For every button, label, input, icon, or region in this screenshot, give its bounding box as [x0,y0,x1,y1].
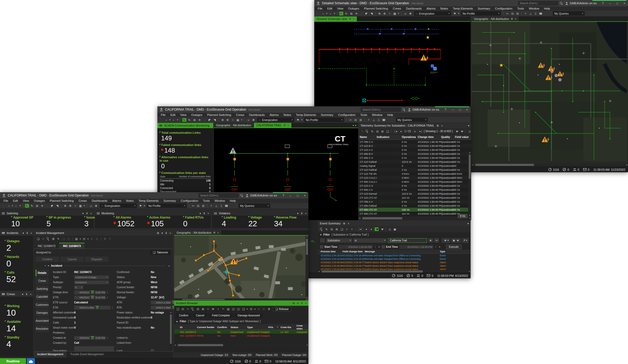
table-row[interactable]: CT-123 FailSafe C123.5 Vs4/13/2022 1:58:… [359,160,471,164]
chevron-down-icon[interactable]: ▾ [22,293,23,296]
doc-arrow-icon[interactable]: ❏ [241,307,245,311]
assign-icon[interactable]: ▤ [74,237,78,240]
export-file-icon[interactable]: ❏ [386,130,390,133]
energization-select[interactable]: ∷Energization▾ [414,11,451,16]
form-nav-item[interactable]: Switching [36,286,49,292]
gear-icon[interactable]: ⚙ [283,124,286,127]
filter-save-button[interactable]: ▣ [451,238,461,243]
menu-item[interactable]: File [1,199,11,202]
menu-item[interactable]: Summary [319,113,336,116]
panel-header[interactable]: Crews▾⊼× [0,291,33,297]
close-icon[interactable]: × [515,18,516,20]
toolbar-icon[interactable]: ↻ [187,118,191,122]
menu-item[interactable]: Planned Switching [47,199,76,202]
menu-icon[interactable] [214,212,217,214]
menu-item[interactable]: View [335,7,346,10]
created-at-input[interactable]: 6/9/2022156:58 PM▴▾ [74,336,117,340]
lock-icon[interactable]: ▪ [216,307,220,311]
menu-item[interactable]: Outages [31,199,47,202]
export-icon[interactable]: ⊞ [201,307,205,311]
dispatch-button[interactable]: Dispatch [85,257,108,262]
filter-row-handle[interactable] [320,238,325,242]
menu-item[interactable]: Notes [281,113,294,116]
search-icon[interactable] [402,108,405,111]
toolbar-icon[interactable]: ☎ [382,118,386,122]
chevron-down-icon[interactable]: ▾ [297,302,299,305]
energization-select[interactable]: ∷Energization▾ [100,203,137,208]
help-button[interactable]: ? [280,192,287,199]
title-bar[interactable]: CALIFORNIA TRAIL - DMD - EcoStruxure Gri… [157,106,471,113]
table-row[interactable]: CT-789 C-V0 Vs4/13/2022 1:58:49 PMQuesti… [359,140,471,144]
form-nav-item[interactable]: Associated [36,317,49,324]
copy-icon[interactable]: ✚ [345,228,349,231]
menu-item[interactable]: Edit [168,113,178,116]
queries-select[interactable]: My Queries▾ [553,11,585,16]
next-page-button[interactable]: ► [369,228,374,231]
toolbar-icon[interactable]: ▾ [397,12,400,15]
flag-icon[interactable]: ⚑ [221,307,225,311]
toolbar-icon[interactable]: ⊥ [214,204,218,207]
profile-select[interactable]: No Profile▾ [147,203,187,208]
remove-filter-button[interactable]: − [434,238,439,242]
tab-geographic[interactable]: Geographic - NA distribution [214,123,253,128]
menu-item[interactable]: View [178,113,189,116]
filter-load-button[interactable]: ▾ [442,238,450,243]
table-row[interactable]: CT-123 C-V0 Vs4/13/2022 1:58:49 PMQuesti… [359,184,471,188]
realtime-button[interactable]: Realtime [0,358,26,364]
toolbar-icon[interactable]: ✛ [354,12,358,15]
form-nav-item[interactable]: Crews [36,278,49,284]
table-row[interactable]: Analog Signal04/13/2022 1:58:49 PMQuesti… [359,164,471,168]
toolbar-icon[interactable]: ◄ [7,204,11,207]
toolbar-icon[interactable]: ↖ [339,12,343,15]
menu-item[interactable]: Help [542,7,552,10]
move-icon[interactable]: ✥ [350,228,354,231]
table-row[interactable]: CT-123 A-V0 Vs4/13/2022 1:58:49 PMQuesti… [359,148,471,152]
filter-value-input[interactable]: California Trail [388,238,427,243]
subtype-select[interactable]: Sustained▾ [74,281,109,284]
close-icon[interactable]: × [287,124,289,127]
search-input[interactable] [199,193,238,198]
table-row[interactable]: 4/13/2022 2:03:49.984 PM4/13/2022 2:03:4… [318,264,471,267]
chevron-down-icon[interactable]: ▾ [468,124,469,127]
toolbar-icon[interactable] [337,12,337,15]
panel-header[interactable]: Incident Management ⚙ ▾ ⊼ × [34,230,173,236]
menu-item[interactable]: Edit [325,7,335,10]
menu-item[interactable]: Dashboards [404,7,424,10]
toolbar-icon[interactable]: ▾ [11,204,14,207]
toolbar-icon[interactable]: ✜ [68,204,72,207]
menu-item[interactable]: Planned Switching [205,113,234,116]
table-row[interactable]: CT-123-TIE MVA0 kVAr4/13/2022 1:58:49 PM… [359,172,471,176]
table-row[interactable]: CT-456 A-V0 Vs4/13/2022 1:58:49 PMQuesti… [359,188,471,192]
panel-header[interactable]: Incidents▾⊼× [0,230,33,236]
first-page-button[interactable]: |◄ [358,228,363,231]
menu-item[interactable]: Crews [390,7,403,10]
open-icon[interactable]: ⊡ [181,307,185,311]
table-row[interactable]: INC 11038472NoDispatchedUnplanned Outage… [174,330,308,334]
weather-button[interactable] [27,358,35,364]
toolbar-icon[interactable]: ▾ [241,119,243,121]
toolbar-icon[interactable]: ⊟ [354,118,358,122]
toolbar-icon[interactable]: ◥ [55,204,59,207]
last-page-button[interactable]: ►| [418,130,422,133]
toolbar-icon[interactable]: ✜ [221,118,225,122]
close-icon[interactable]: × [169,232,171,235]
toolbar-icon[interactable]: Ξ [534,12,538,15]
table-row[interactable]: CT-123 Normal C123.5 Vs4/13/2022 1:58:49… [359,192,471,196]
toolbar-icon[interactable] [375,12,376,15]
group-icon[interactable]: ≣ [257,307,261,311]
sum-icon[interactable]: Σ [108,237,112,240]
menu-item[interactable]: Edit [11,199,20,202]
toolbar-icon[interactable]: ✜ [383,12,387,15]
filter-operator-select[interactable]: is▾ [353,238,387,243]
doc-arrow2-icon[interactable]: ⊡ [249,307,253,311]
toolbar-icon[interactable]: ✂ [349,118,353,122]
vertical-scrollbar[interactable]: ▲ ▼ [468,152,471,216]
group-icon[interactable]: ≣ [90,237,94,240]
panel-header[interactable]: Telemetry Summary for Substation : CALIF… [359,123,471,128]
profile-select[interactable]: No Profile▾ [304,118,344,122]
queries-select[interactable]: My Queries▾ [238,203,270,208]
table-row[interactable]: CT-456 C-V0 Vs4/13/2022 1:58:49 PMQuesti… [359,156,471,160]
toolbar-icon[interactable]: ✥ [408,12,412,15]
search-icon[interactable] [191,307,195,311]
tab-geographic[interactable]: Geographic - NA distribution⚙× [472,16,519,21]
